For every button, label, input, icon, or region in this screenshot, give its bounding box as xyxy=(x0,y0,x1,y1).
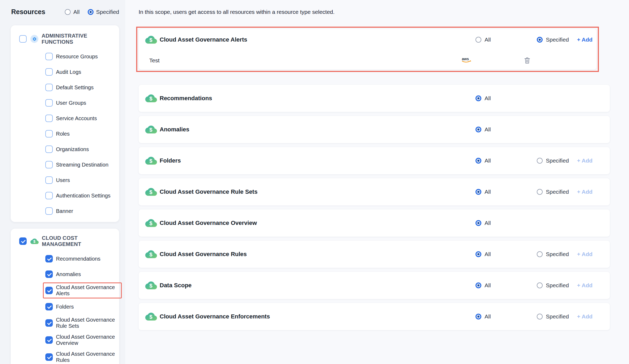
specified-radio[interactable] xyxy=(537,189,543,195)
add-option: + Add xyxy=(577,189,592,195)
specified-radio[interactable] xyxy=(537,37,543,43)
all-radio[interactable] xyxy=(475,282,481,288)
all-radio[interactable] xyxy=(65,9,71,15)
add-option: + Add xyxy=(577,157,592,164)
cloud-dollar-icon: $ xyxy=(145,186,157,198)
svg-text:$: $ xyxy=(149,158,152,164)
specified-radio-label: Specified xyxy=(546,37,569,43)
banner-checkbox[interactable] xyxy=(45,207,53,215)
resource-card-data-scope: $ Data Scope All Specified + Add xyxy=(139,272,610,299)
cloud-asset-governance-rule-sets-checkbox[interactable] xyxy=(45,319,53,327)
streaming-destination-checkbox[interactable] xyxy=(45,161,53,168)
all-option: All xyxy=(475,313,491,320)
specified-radio[interactable] xyxy=(537,158,543,164)
cloud-cost-management-checkbox[interactable] xyxy=(19,237,27,245)
users-checkbox[interactable] xyxy=(45,176,53,184)
resource-card-cloud-asset-governance-rules: $ Cloud Asset Governance Rules All Speci… xyxy=(139,241,610,268)
cloud-asset-governance-overview-checkbox[interactable] xyxy=(45,336,53,344)
specified-radio[interactable] xyxy=(537,251,543,257)
resources-header: Resources All Specified xyxy=(11,8,119,16)
sidebar-item-folders: Folders xyxy=(45,299,119,314)
roles-checkbox[interactable] xyxy=(45,130,53,137)
sidebar-item-resource-groups: Resource Groups xyxy=(45,49,119,64)
user-groups-checkbox[interactable] xyxy=(45,99,53,107)
add-button[interactable]: + Add xyxy=(577,313,592,320)
add-button[interactable]: + Add xyxy=(577,251,592,257)
cloud-cost-management-header: $ CLOUD COST MANAGEMENT xyxy=(11,229,119,248)
specified-radio[interactable] xyxy=(88,9,94,15)
all-radio[interactable] xyxy=(475,37,481,43)
specified-radio[interactable] xyxy=(537,314,543,319)
scope-description: In this scope, users get access to all r… xyxy=(139,9,334,15)
all-option: All xyxy=(475,189,491,195)
sidebar-item-label: Roles xyxy=(56,131,118,137)
cloud-dollar-icon: $ xyxy=(30,237,39,245)
all-radio[interactable] xyxy=(475,127,481,132)
service-accounts-checkbox[interactable] xyxy=(45,115,53,122)
all-radio[interactable] xyxy=(475,220,481,226)
resources-scope-page: Resources All Specified ADMINISTRATIVE xyxy=(0,0,629,364)
sidebar-item-recommendations: Recommendations xyxy=(45,251,119,266)
all-option: All xyxy=(475,126,491,133)
sidebar-item-user-groups: User Groups xyxy=(45,95,119,111)
sidebar-item-label: Organizations xyxy=(56,146,118,152)
resource-card-recommendations: $ Recommendations All xyxy=(139,85,610,112)
sidebar-item-users: Users xyxy=(45,172,119,188)
organizations-checkbox[interactable] xyxy=(45,145,53,153)
all-radio[interactable] xyxy=(475,314,481,319)
all-radio[interactable] xyxy=(475,95,481,101)
sidebar-item-label: Resource Groups xyxy=(56,54,118,60)
all-option: All xyxy=(475,37,491,43)
all-radio-label: All xyxy=(485,313,491,320)
cloud-asset-governance-rules-checkbox[interactable] xyxy=(45,353,53,361)
resource-card-title: Cloud Asset Governance Rule Sets xyxy=(160,188,257,195)
all-radio[interactable] xyxy=(475,251,481,257)
add-button[interactable]: + Add xyxy=(577,189,592,195)
resource-card-cloud-asset-governance-rule-sets: $ Cloud Asset Governance Rule Sets All S… xyxy=(139,178,610,205)
recommendations-checkbox[interactable] xyxy=(45,255,53,262)
folders-checkbox[interactable] xyxy=(45,303,53,310)
resource-card-title: Cloud Asset Governance Rules xyxy=(160,251,247,258)
specified-option: Specified xyxy=(537,251,569,257)
sidebar-item-label: Users xyxy=(56,177,118,183)
specified-radio[interactable] xyxy=(537,282,543,288)
resource-card-title: Cloud Asset Governance Alerts xyxy=(160,36,247,43)
resource-card-left: $ Anomalies xyxy=(139,116,610,143)
sidebar-item-label: Cloud Asset Governance Overview xyxy=(56,334,118,346)
administrative-functions-checkbox[interactable] xyxy=(19,35,27,43)
cloud-asset-governance-alerts-checkbox[interactable] xyxy=(45,287,53,294)
svg-text:$: $ xyxy=(149,96,152,102)
audit-logs-checkbox[interactable] xyxy=(45,68,53,76)
all-radio[interactable] xyxy=(475,158,481,164)
gear-icon xyxy=(30,35,38,43)
all-radio[interactable] xyxy=(475,189,481,195)
cloud-dollar-icon: $ xyxy=(145,34,157,46)
delete-entry-icon[interactable] xyxy=(524,56,531,64)
anomalies-checkbox[interactable] xyxy=(45,270,53,278)
resource-card-title: Anomalies xyxy=(160,126,189,133)
resource-card-title: Data Scope xyxy=(160,282,192,289)
default-settings-checkbox[interactable] xyxy=(45,84,53,91)
resource-card-title: Folders xyxy=(160,157,181,164)
authentication-settings-checkbox[interactable] xyxy=(45,192,53,199)
add-button[interactable]: + Add xyxy=(577,37,592,43)
resource-card-title: Cloud Asset Governance Overview xyxy=(160,220,257,227)
resource-groups-checkbox[interactable] xyxy=(45,53,53,60)
add-button[interactable]: + Add xyxy=(577,282,592,289)
resource-cards-list: $ Cloud Asset Governance Alerts All Spec… xyxy=(139,27,610,334)
sidebar-item-label: Cloud Asset Governance Rules xyxy=(56,351,118,363)
svg-text:$: $ xyxy=(149,127,152,133)
svg-text:$: $ xyxy=(149,283,152,289)
cloud-cost-management-items: Recommendations Anomalies Cloud Asset Go… xyxy=(11,248,119,364)
all-option: All xyxy=(475,251,491,257)
specified-option: Specified xyxy=(537,189,569,195)
add-button[interactable]: + Add xyxy=(577,157,592,164)
aws-logo-icon: aws xyxy=(461,56,473,65)
specified-option: Specified xyxy=(537,157,569,164)
add-option: + Add xyxy=(577,313,592,320)
cloud-dollar-icon: $ xyxy=(145,248,157,260)
specified-entry-name: Test xyxy=(149,57,160,64)
sidebar-item-label: Default Settings xyxy=(56,84,118,91)
specified-radio-label: Specified xyxy=(546,282,569,289)
sidebar-item-label: Cloud Asset Governance Rule Sets xyxy=(56,317,118,329)
